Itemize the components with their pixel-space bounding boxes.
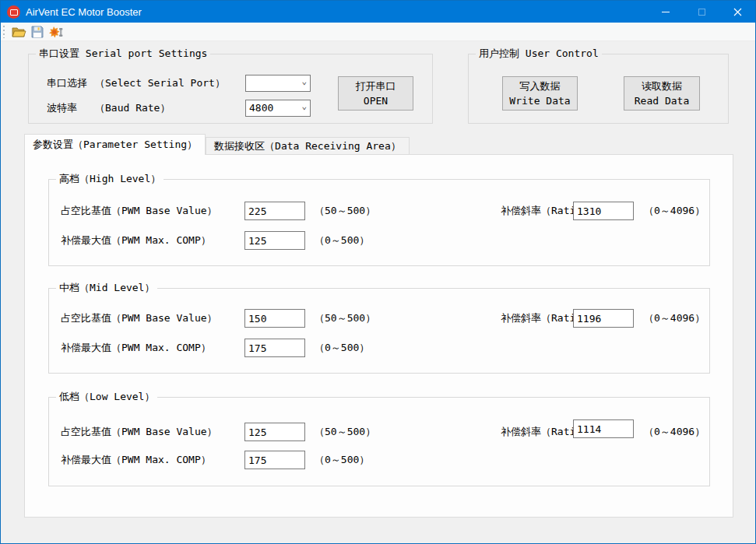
baud-rate-select[interactable]: 4800 ⌄ bbox=[245, 100, 311, 117]
open-file-button[interactable] bbox=[9, 23, 28, 40]
tab-strip: 参数设置（Parameter Setting） 数据接收区（Data Recei… bbox=[24, 134, 410, 155]
select-port-label: 串口选择 （Select Serial Port） bbox=[47, 75, 225, 92]
title-bar: AirVent EC Motor Booster bbox=[1, 1, 755, 23]
save-button[interactable] bbox=[28, 23, 47, 40]
low-level-group: 低档（Low Level） 占空比基值（PWM Base Value） （50～… bbox=[48, 397, 710, 486]
read-data-button[interactable]: 读取数据 Read Data bbox=[624, 76, 700, 111]
window-controls bbox=[648, 1, 755, 23]
high-pwm-max-input[interactable] bbox=[244, 231, 305, 250]
ratio-comp-range: （0～4096） bbox=[644, 423, 705, 441]
pwm-base-label: 占空比基值（PWM Base Value） bbox=[61, 423, 217, 441]
mid-pwm-base-input[interactable] bbox=[244, 309, 305, 328]
chevron-down-icon: ⌄ bbox=[301, 103, 307, 111]
open-folder-icon bbox=[12, 26, 26, 38]
app-icon bbox=[7, 5, 20, 19]
mid-level-title: 中档（Mid Level） bbox=[56, 282, 157, 294]
mid-ratio-comp-input[interactable] bbox=[573, 309, 634, 328]
low-level-title: 低档（Low Level） bbox=[56, 391, 157, 403]
close-button[interactable] bbox=[719, 1, 755, 23]
tab-data-receiving[interactable]: 数据接收区（Data Receiving Area） bbox=[206, 137, 410, 155]
high-level-group: 高档（High Level） 占空比基值（PWM Base Value） （50… bbox=[48, 179, 710, 266]
serial-settings-title: 串口设置 Serial port Settings bbox=[36, 47, 210, 60]
save-floppy-icon bbox=[31, 26, 44, 38]
low-ratio-comp-input[interactable] bbox=[573, 419, 634, 438]
mid-level-group: 中档（Mid Level） 占空比基值（PWM Base Value） （50～… bbox=[48, 288, 710, 374]
high-ratio-comp-input[interactable] bbox=[573, 202, 634, 220]
write-data-button[interactable]: 写入数据 Write Data bbox=[502, 76, 578, 111]
pwm-base-label: 占空比基值（PWM Base Value） bbox=[61, 202, 217, 220]
ratio-comp-range: （0～4096） bbox=[644, 202, 705, 220]
pwm-base-range: （50～500） bbox=[315, 309, 375, 328]
pwm-max-label: 补偿最大值（PWM Max. COMP） bbox=[61, 231, 211, 250]
pwm-max-range: （0～500） bbox=[315, 231, 369, 250]
maximize-button bbox=[684, 1, 719, 23]
pwm-max-range: （0～500） bbox=[315, 339, 369, 357]
pwm-base-range: （50～500） bbox=[315, 423, 375, 441]
user-control-title: 用户控制 User Control bbox=[476, 47, 602, 60]
serial-settings-group: 串口设置 Serial port Settings 串口选择 （Select S… bbox=[28, 54, 433, 124]
pwm-base-range: （50～500） bbox=[315, 202, 375, 220]
maximize-icon bbox=[698, 9, 705, 16]
tab-parameter-setting[interactable]: 参数设置（Parameter Setting） bbox=[24, 134, 206, 155]
parameter-setting-tabpage: 高档（High Level） 占空比基值（PWM Base Value） （50… bbox=[24, 154, 733, 518]
pwm-max-label: 补偿最大值（PWM Max. COMP） bbox=[61, 451, 211, 469]
low-pwm-max-input[interactable] bbox=[244, 451, 305, 469]
baud-rate-label: 波特率 （Baud Rate） bbox=[47, 100, 170, 117]
chevron-down-icon: ⌄ bbox=[301, 78, 307, 86]
tools-icon bbox=[48, 26, 64, 38]
serial-port-select[interactable]: ⌄ bbox=[245, 75, 311, 92]
ratio-comp-range: （0～4096） bbox=[644, 309, 705, 328]
open-serial-button[interactable]: 打开串口 OPEN bbox=[338, 76, 413, 111]
high-level-title: 高档（High Level） bbox=[56, 173, 164, 185]
pwm-max-range: （0～500） bbox=[315, 451, 369, 469]
tools-button[interactable] bbox=[47, 23, 65, 40]
low-pwm-base-input[interactable] bbox=[244, 423, 305, 441]
app-window: AirVent EC Motor Booster bbox=[0, 0, 756, 544]
toolbar-grip[interactable] bbox=[3, 26, 5, 38]
close-icon bbox=[733, 8, 742, 16]
mid-pwm-max-input[interactable] bbox=[244, 339, 305, 357]
window-title: AirVent EC Motor Booster bbox=[26, 6, 142, 18]
pwm-base-label: 占空比基值（PWM Base Value） bbox=[61, 309, 217, 328]
toolbar bbox=[1, 23, 755, 41]
user-control-group: 用户控制 User Control 写入数据 Write Data 读取数据 R… bbox=[468, 54, 729, 124]
minimize-button[interactable] bbox=[648, 1, 684, 23]
minimize-icon bbox=[662, 12, 670, 12]
high-pwm-base-input[interactable] bbox=[244, 202, 305, 220]
pwm-max-label: 补偿最大值（PWM Max. COMP） bbox=[61, 339, 211, 357]
